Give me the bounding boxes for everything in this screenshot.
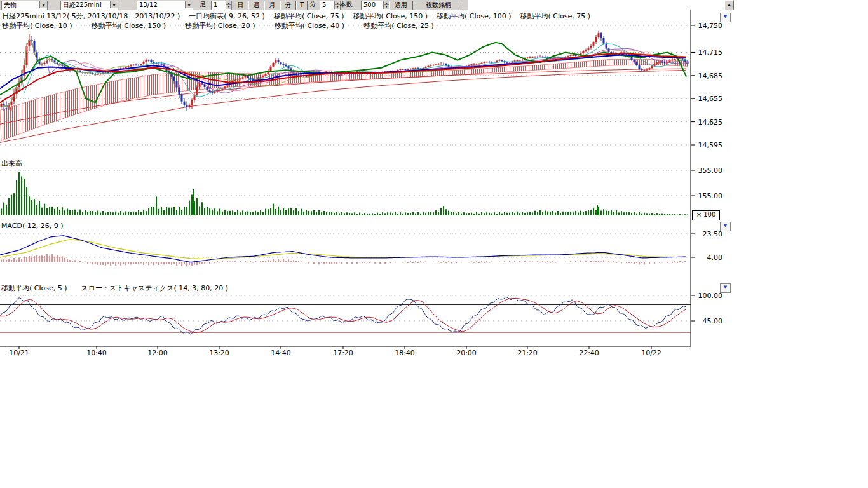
spinner-arrows: ▲▼ [226, 1, 231, 8]
period-minute-button[interactable]: 分 [280, 1, 296, 10]
period-month-button[interactable]: 月 [264, 1, 280, 10]
count-value: 500 [363, 1, 376, 8]
contract-month-value: 13/12 [139, 1, 158, 8]
spin-down-icon[interactable]: ▼ [383, 4, 389, 9]
period-week-button[interactable]: 週 [248, 1, 264, 10]
market-type-select[interactable]: 先物▼ [1, 1, 48, 10]
symbol-select[interactable]: 日経225mini▼ [60, 1, 118, 10]
chevron-down-icon[interactable]: ▼ [110, 1, 118, 8]
spin-down-icon[interactable]: ▼ [226, 4, 231, 9]
apply-button[interactable]: 適用 [389, 1, 413, 10]
symbol-value: 日経225mini [63, 1, 102, 8]
chevron-down-icon[interactable]: ▼ [39, 1, 47, 8]
multi-symbol-button[interactable]: 複数銘柄 [416, 1, 461, 10]
chevron-down-icon[interactable]: ▼ [185, 1, 193, 8]
scroll-up-button[interactable]: ▲ [724, 0, 734, 10]
chart-canvas[interactable] [0, 0, 868, 488]
market-type-value: 先物 [4, 1, 17, 8]
interval-value: 5 [322, 1, 326, 8]
count-spinner[interactable]: 500▲▼ [361, 1, 390, 10]
volume-multiplier-badge: × 100 [692, 210, 720, 220]
count-label: 本数 [340, 1, 353, 9]
bar-interval-spinner[interactable]: 1▲▼ [211, 1, 232, 10]
contract-month-select[interactable]: 13/12▼ [137, 1, 193, 10]
macd-panel-menu-button[interactable]: ▼ [720, 222, 731, 231]
stoch-panel-menu-button[interactable]: ▼ [720, 283, 731, 293]
interval-spinner[interactable]: 5▲▼ [320, 1, 341, 10]
period-tick-button[interactable]: T [296, 1, 308, 10]
unit-label: 分 [309, 1, 316, 9]
period-day-button[interactable]: 日 [233, 1, 248, 10]
bar-label: 足 [200, 1, 206, 9]
bar-interval-value: 1 [214, 1, 217, 8]
spinner-arrows: ▲▼ [383, 1, 389, 8]
toolbar: 先物▼ 日経225mini▼ 13/12▼ 足 1▲▼ 日 週 月 分 T 分 … [0, 0, 468, 10]
price-panel-menu-button[interactable]: ▼ [720, 13, 731, 22]
spinner-arrows: ▲▼ [334, 1, 340, 8]
spin-down-icon[interactable]: ▼ [334, 4, 340, 9]
